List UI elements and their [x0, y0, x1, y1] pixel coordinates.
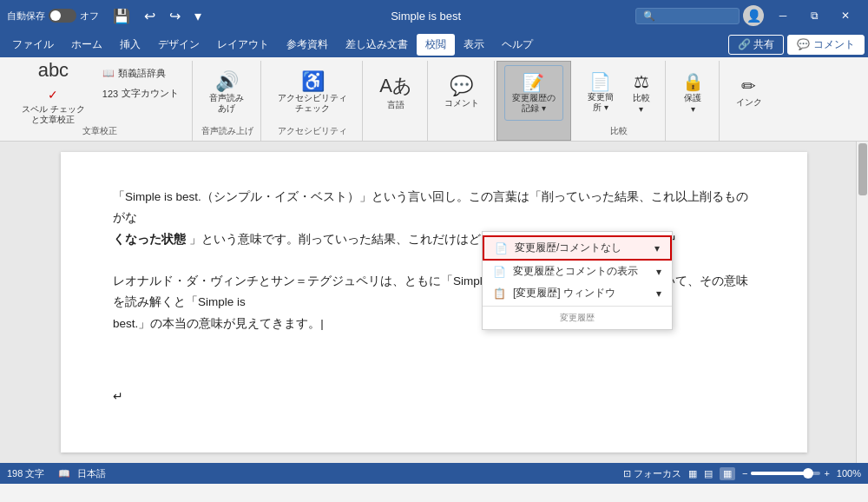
menu-help[interactable]: ヘルプ [493, 34, 542, 56]
wordcount-button[interactable]: 123 文字カウント [96, 84, 185, 102]
menu-file[interactable]: ファイル [3, 34, 62, 56]
close-button[interactable]: ✕ [830, 0, 861, 31]
dropdown-item-window[interactable]: 📋 [変更履歴] ウィンドウ ▾ [483, 282, 672, 304]
menu-layout[interactable]: レイアウト [208, 34, 278, 56]
share-button[interactable]: 🔗 共有 [728, 35, 784, 55]
group-review-items: 📄 変更簡所 ▾ ⚖ 比較▾ [580, 61, 658, 123]
zoom-thumb[interactable] [803, 468, 813, 479]
zoom-slider[interactable]: − + [742, 468, 830, 479]
autosave-toggle[interactable] [49, 9, 76, 23]
autosave-section: 自動保存 オフ [7, 9, 99, 23]
new-comment-label: コメント [444, 97, 479, 109]
search-box[interactable]: 🔍 [635, 8, 740, 24]
view-web-icon[interactable]: ▤ [704, 468, 713, 479]
window-controls: ─ ⧉ ✕ [767, 0, 861, 31]
language-button[interactable]: Aあ 言語 [372, 64, 420, 120]
ribbon-content: abc✓ スペル チェックと文章校正 📖 類義語辞典 123 文字カウント [7, 61, 861, 141]
proofing-col: 📖 類義語辞典 123 文字カウント [96, 64, 185, 102]
view-read-icon[interactable]: ▦ [720, 467, 735, 480]
ribbon: abc✓ スペル チェックと文章校正 📖 類義語辞典 123 文字カウント [0, 57, 868, 142]
zoom-track[interactable] [751, 472, 820, 475]
title-bar-left: 自動保存 オフ 💾 ↩ ↪ ▾ [7, 6, 216, 26]
group-comment-label [437, 135, 487, 141]
group-language: Aあ 言語 [365, 61, 428, 141]
protect-icon: 🔒 [682, 71, 704, 92]
document-page[interactable]: 「Simple is best.（シンプル・イズ・ベスト）」という言い回し。この… [61, 152, 807, 452]
paragraph-return: ↵ [113, 386, 755, 407]
group-voice-items: 🔊 音声読みあげ [201, 61, 253, 123]
menu-references[interactable]: 参考資料 [278, 34, 337, 56]
redo-icon[interactable]: ↪ [166, 6, 184, 26]
group-track-changes: 📝 変更履歴の記録 ▾ [496, 61, 571, 141]
title-bar: 自動保存 オフ 💾 ↩ ↪ ▾ Simple is best 🔍 👤 ─ ⧉ ✕ [0, 0, 868, 31]
menu-insert[interactable]: 挿入 [111, 34, 149, 56]
wordcount-icon: 123 [102, 89, 118, 99]
dropdown-item-no-markup[interactable]: 📄 変更履歴/コメントなし ▾ [483, 235, 672, 261]
track-changes-icon: 📝 [523, 72, 544, 93]
zoom-in-icon[interactable]: + [824, 468, 829, 479]
compare-button[interactable]: ⚖ 比較▾ [625, 64, 658, 120]
voice-icon: 🔊 [215, 70, 239, 93]
simple-markup-button[interactable]: 📄 変更簡所 ▾ [580, 64, 621, 120]
focus-icon[interactable]: ⊡ フォーカス [623, 467, 681, 480]
spell-check-icon: abc✓ [38, 59, 69, 104]
thesaurus-icon: 📖 [102, 68, 115, 79]
accessibility-label: アクセシビリティチェック [278, 93, 347, 114]
menu-design[interactable]: デザイン [149, 34, 208, 56]
group-ink-label [728, 135, 770, 141]
language-status: 日本語 [77, 467, 106, 480]
menu-home[interactable]: ホーム [62, 34, 111, 56]
status-bar: 198 文字 📖 日本語 ⊡ フォーカス ▦ ▤ ▦ − + 100% [0, 463, 868, 484]
language-icon: Aあ [379, 73, 412, 99]
avatar[interactable]: 👤 [743, 5, 764, 26]
dropdown-item-show-markup[interactable]: 📄 変更履歴とコメントの表示 ▾ [483, 261, 672, 282]
group-comment: 💬 コメント [430, 61, 495, 141]
menu-mailings[interactable]: 差し込み文書 [337, 34, 417, 56]
zoom-level: 100% [837, 468, 861, 479]
group-track-label [504, 135, 563, 140]
new-comment-button[interactable]: 💬 コメント [437, 64, 487, 120]
compare-label: 比較▾ [633, 92, 650, 114]
status-bar-right: ⊡ フォーカス ▦ ▤ ▦ − + 100% [623, 467, 861, 480]
spell-check-label: スペル チェックと文章校正 [22, 104, 85, 125]
ink-label: インク [736, 96, 762, 109]
restore-button[interactable]: ⧉ [799, 0, 830, 31]
document-scrollbar[interactable] [856, 142, 868, 463]
group-ink: ✏ インク [721, 61, 777, 141]
view-print-icon[interactable]: ▦ [688, 468, 697, 479]
dropdown-label-1: 変更履歴/コメントなし [515, 241, 621, 255]
dropdown-label-3: [変更履歴] ウィンドウ [513, 286, 615, 301]
group-voice-label: 音声読み上げ [201, 123, 253, 141]
customize-icon[interactable]: ▾ [191, 6, 205, 26]
thesaurus-button[interactable]: 📖 類義語辞典 [96, 64, 185, 83]
group-proofing-items: abc✓ スペル チェックと文章校正 📖 類義語辞典 123 文字カウント [14, 61, 185, 123]
dropdown-divider [483, 306, 672, 307]
accessibility-button[interactable]: ♿ アクセシビリティチェック [270, 64, 355, 120]
spell-check-button[interactable]: abc✓ スペル チェックと文章校正 [14, 64, 93, 120]
group-protect-items: 🔒 保護▾ [674, 61, 712, 135]
document-title: Simple is best [216, 10, 635, 23]
protect-button[interactable]: 🔒 保護▾ [674, 64, 712, 120]
zoom-out-icon[interactable]: − [742, 468, 747, 479]
menu-review[interactable]: 校閲 [417, 34, 455, 56]
dropdown-arrow-2: ▾ [656, 266, 661, 278]
menu-bar: ファイル ホーム 挿入 デザイン レイアウト 参考資料 差し込み文書 校閲 表示… [0, 31, 868, 57]
wordcount-label: 文字カウント [122, 87, 179, 100]
paragraph-1: 「Simple is best.（シンプル・イズ・ベスト）」という言い回し。この… [113, 187, 755, 229]
voice-button[interactable]: 🔊 音声読みあげ [201, 64, 252, 120]
group-proofing: abc✓ スペル チェックと文章校正 📖 類義語辞典 123 文字カウント [7, 61, 193, 141]
protect-label: 保護▾ [684, 92, 701, 114]
comment-button[interactable]: 💬 コメント [787, 35, 865, 55]
scrollbar-thumb[interactable] [858, 143, 867, 195]
track-changes-button[interactable]: 📝 変更履歴の記録 ▾ [504, 65, 563, 121]
accessibility-icon: ♿ [301, 70, 325, 93]
search-icon: 🔍 [643, 10, 655, 22]
para1-bold: くなった状態 [113, 233, 186, 246]
undo-icon[interactable]: ↩ [141, 6, 159, 26]
ink-button[interactable]: ✏ インク [728, 64, 770, 120]
menu-view[interactable]: 表示 [455, 34, 493, 56]
save-icon[interactable]: 💾 [109, 6, 134, 26]
minimize-button[interactable]: ─ [767, 0, 799, 31]
quick-access-toolbar: 💾 ↩ ↪ ▾ [109, 6, 205, 26]
title-text: Simple is best [391, 10, 461, 23]
